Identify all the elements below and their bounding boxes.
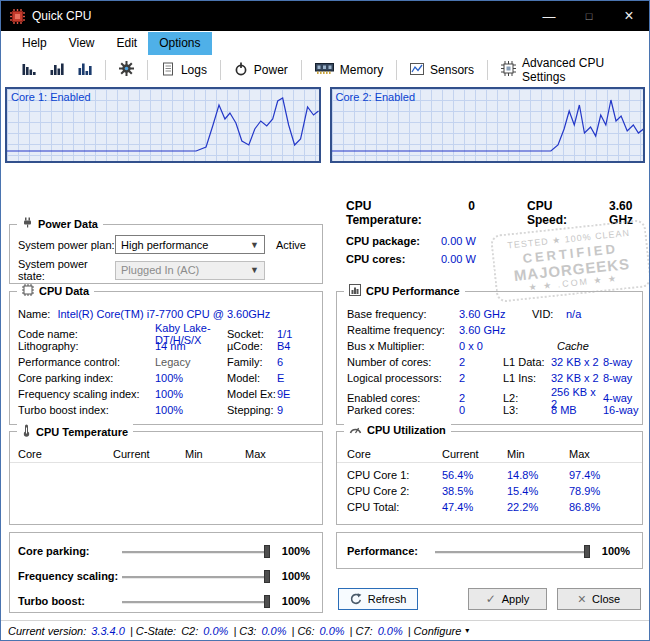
power-plan-select[interactable]: High performance ▼ <box>115 235 265 254</box>
frequency-scaling-label: Frequency scaling: <box>18 570 122 582</box>
slider-thumb[interactable] <box>264 595 270 608</box>
chevron-down-icon: ▼ <box>250 265 259 275</box>
cpu-data-group: CPU Data Name: Intel(R) Core(TM) i7-7700… <box>9 291 323 425</box>
cpu-data-row: Lithography:14 nm µCode:B4 <box>10 338 322 354</box>
cpu-performance-row: Enabled cores:2 L2:256 KB x 2 4-way <box>337 386 642 402</box>
c6-label: | C6: <box>291 625 314 637</box>
memory-label: Memory <box>340 63 383 77</box>
cache-header: Cache <box>547 340 642 352</box>
c7-label: | C7: <box>350 625 373 637</box>
close-window-button[interactable]: × <box>609 1 649 31</box>
chevron-down-icon: ▼ <box>250 240 259 250</box>
thermometer-icon <box>22 424 31 439</box>
turbo-boost-slider[interactable] <box>122 594 270 609</box>
performance-label: Performance: <box>347 545 435 557</box>
cpu-power-values: CPU package: 0.00 W CPU cores: 0.00 W <box>346 232 476 268</box>
frequency-scaling-value: 100% <box>270 570 310 582</box>
power-data-group: Power Data System power plan: High perfo… <box>9 224 323 284</box>
sensors-label: Sensors <box>430 63 474 77</box>
version-value: 3.3.4.0 <box>91 625 125 637</box>
quick-cpu-window: Quick CPU — □ × Help View Edit Options L <box>0 0 650 641</box>
menu-help[interactable]: Help <box>11 32 58 55</box>
cpu-data-row: Frequency scaling index:100% Model Ex:9E <box>10 386 322 402</box>
titlebar: Quick CPU — □ × <box>1 1 649 31</box>
slider-thumb[interactable] <box>264 545 270 558</box>
bar-chart-descending-icon <box>22 62 36 79</box>
core-parking-value: 100% <box>270 545 310 557</box>
power-plan-active-label: Active <box>276 239 306 251</box>
cpu-utilization-title: CPU Utilization <box>367 424 446 436</box>
settings-gear-button[interactable] <box>112 58 141 82</box>
memory-icon <box>315 62 334 78</box>
graph-view-2-button[interactable] <box>43 59 71 82</box>
slider-thumb[interactable] <box>264 570 270 583</box>
menu-options[interactable]: Options <box>148 32 211 55</box>
close-button[interactable]: × Close <box>557 588 641 610</box>
refresh-button[interactable]: Refresh <box>338 588 418 610</box>
toolbar-separator <box>487 60 488 80</box>
apply-button[interactable]: ✓ Apply <box>468 588 547 610</box>
menu-edit[interactable]: Edit <box>105 32 148 55</box>
logs-button[interactable]: Logs <box>154 59 214 82</box>
app-icon <box>10 9 25 24</box>
vid-value: n/a <box>566 308 642 320</box>
cpu-package-value: 0.00 W <box>441 235 476 247</box>
c2-value: 0.0% <box>203 625 228 637</box>
advanced-cpu-settings-button[interactable]: Advanced CPU Settings <box>494 53 649 87</box>
power-state-select[interactable]: Plugged In (AC) ▼ <box>115 261 265 280</box>
menu-view[interactable]: View <box>58 32 106 55</box>
turbo-boost-value: 100% <box>270 595 310 607</box>
cpu-temperature-label: CPU Temperature: <box>346 199 428 227</box>
cpu-cores-value: 0.00 W <box>441 253 476 265</box>
cpu-cores-label: CPU cores: <box>346 253 441 265</box>
graph-view-1-button[interactable] <box>15 59 43 82</box>
cpu-performance-group: CPU Performance Base frequency: 3.60 GHz… <box>336 291 643 425</box>
cpu-chip-icon <box>501 61 516 79</box>
memory-button[interactable]: Memory <box>308 59 390 81</box>
c6-value: 0.0% <box>320 625 345 637</box>
bar-chart-tall-icon <box>78 62 92 79</box>
configure-dropdown[interactable]: | Configure ▾ <box>408 625 470 637</box>
cpu-utilization-group: CPU Utilization Core Current Min Max CPU… <box>336 431 643 525</box>
maximize-button[interactable]: □ <box>569 1 609 31</box>
performance-slider[interactable] <box>435 544 590 559</box>
slider-thumb[interactable] <box>584 545 590 558</box>
logs-label: Logs <box>181 63 207 77</box>
power-plan-value: High performance <box>121 239 208 251</box>
gear-icon <box>119 61 134 79</box>
minimize-button[interactable]: — <box>529 1 569 31</box>
realtime-frequency-row: Realtime frequency: 3.60 GHz <box>337 322 642 338</box>
cpu-performance-title: CPU Performance <box>366 285 460 297</box>
core-parking-slider[interactable] <box>122 544 270 559</box>
cpu-temperature-value: 0 <box>468 199 475 227</box>
cpu-temperature-group: CPU Temperature Core Current Min Max <box>9 431 323 525</box>
cpu-name-label: Name: <box>18 308 50 320</box>
cpu-package-label: CPU package: <box>346 235 441 247</box>
checkmark-icon: ✓ <box>486 592 496 606</box>
graph-view-3-button[interactable] <box>71 59 99 82</box>
core-control-sliders-group: Core parking: 100% Frequency scaling: 10… <box>9 532 323 613</box>
cpu-data-row: Code name:Kaby Lake-DT/H/S/X Socket:1/1 <box>10 322 322 338</box>
cpu-data-row: Turbo boost index:100% Stepping:9 <box>10 402 322 418</box>
cpu-name-value: Intel(R) Core(TM) i7-7700 CPU @ 3.60GHz <box>57 308 270 320</box>
toolbar-separator <box>301 60 302 80</box>
utilization-row: CPU Core 2: 38.5% 15.4% 78.9% <box>337 483 642 499</box>
core1-graph-panel: Core 1: Enabled <box>5 87 321 163</box>
cpu-speed-label: CPU Speed: <box>527 199 581 227</box>
window-title: Quick CPU <box>32 9 91 23</box>
power-label: Power <box>254 63 288 77</box>
utilization-row: CPU Core 1: 56.4% 14.8% 97.4% <box>337 467 642 483</box>
power-state-value: Plugged In (AC) <box>121 264 199 276</box>
frequency-scaling-slider[interactable] <box>122 569 270 584</box>
c2-label: C2: <box>181 625 198 637</box>
core1-graph-label: Core 1: Enabled <box>11 91 91 103</box>
plug-icon <box>22 217 33 230</box>
power-button[interactable]: Power <box>227 59 295 82</box>
cpu-performance-row: Parked cores:0 L3:8 MB 16-way <box>337 402 642 418</box>
cpu-data-title: CPU Data <box>39 285 89 297</box>
sensors-button[interactable]: Sensors <box>403 59 481 82</box>
cpu-performance-row: Logical processors:2 L1 Ins:32 KB x 2 8-… <box>337 370 642 386</box>
performance-slider-group: Performance: 100% <box>336 532 643 569</box>
version-label: Current version: <box>8 625 86 637</box>
utilization-table-header: Core Current Min Max <box>337 445 642 463</box>
